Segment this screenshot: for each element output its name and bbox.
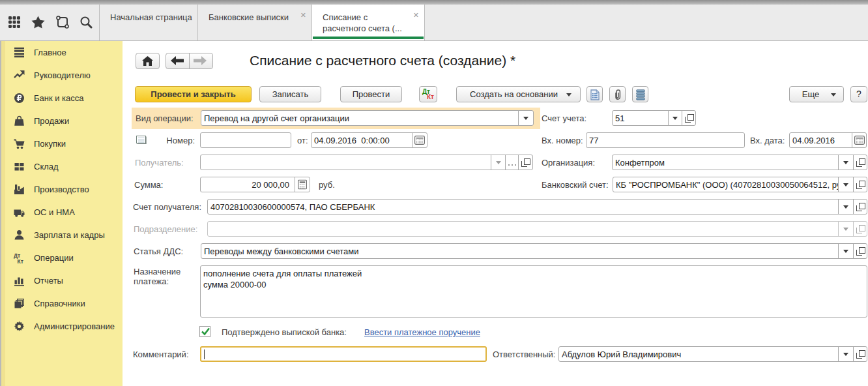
svg-text:Кт: Кт bbox=[18, 258, 23, 264]
